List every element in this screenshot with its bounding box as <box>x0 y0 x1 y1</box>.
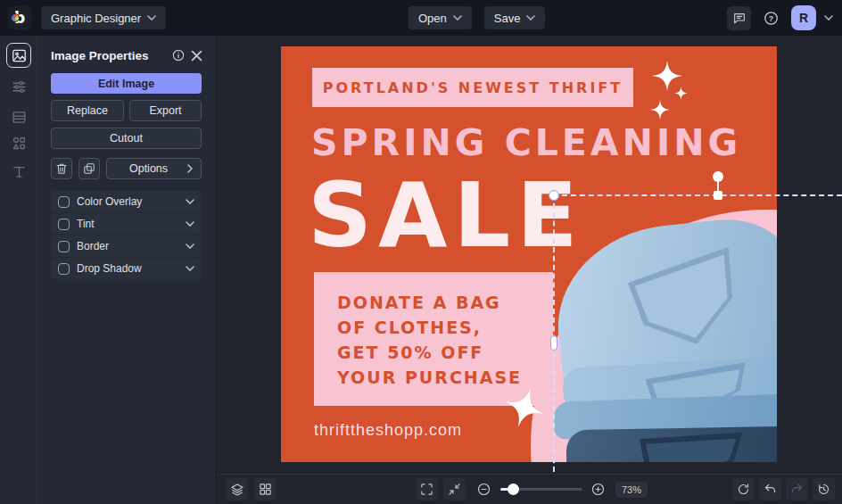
help-button[interactable]: ? <box>759 6 783 30</box>
mode-selector[interactable]: Graphic Designer <box>41 6 166 29</box>
toggle-border[interactable]: Border <box>51 235 202 257</box>
panel-header: Image Properties <box>51 46 205 64</box>
chevron-down-icon[interactable] <box>186 221 194 227</box>
edit-image-button[interactable]: Edit Image <box>51 73 202 94</box>
zoom-slider[interactable] <box>500 488 582 491</box>
account-menu-chevron[interactable] <box>824 15 833 21</box>
zoom-slider-knob[interactable] <box>508 483 519 495</box>
jean-pocket <box>623 246 753 358</box>
avatar-initial: R <box>799 11 808 25</box>
duplicate-button[interactable] <box>78 158 100 179</box>
template-manager-button[interactable] <box>254 478 277 500</box>
delete-button[interactable] <box>51 158 72 179</box>
replace-button[interactable]: Replace <box>51 100 124 121</box>
undo-icon <box>764 483 777 496</box>
toggle-drop-shadow[interactable]: Drop Shadow <box>51 258 202 279</box>
image-icon <box>12 48 27 63</box>
selection-topmid-handle[interactable] <box>714 191 722 200</box>
rail-item-customize[interactable] <box>6 74 31 99</box>
rail-item-image-manager[interactable] <box>6 43 31 68</box>
trash-icon <box>55 162 68 175</box>
bottom-toolbar: 73% <box>217 474 842 504</box>
toggle-tint[interactable]: Tint <box>51 213 202 235</box>
toggle-label: Border <box>77 240 178 252</box>
reset-button[interactable] <box>732 478 755 500</box>
chevron-right-icon <box>187 164 193 173</box>
rail-item-graphics[interactable] <box>6 130 31 155</box>
befunky-logo-icon[interactable]: b <box>8 6 31 29</box>
selection-midleft-handle[interactable] <box>550 335 557 351</box>
toggle-label: Drop Shadow <box>77 262 178 275</box>
chevron-down-icon <box>453 15 462 21</box>
drop-shadow-checkbox[interactable] <box>58 263 70 275</box>
banner-box[interactable]: PORTLAND'S NEWEST THRIFT <box>312 68 633 107</box>
layers-button[interactable] <box>226 478 248 500</box>
rotation-handle[interactable] <box>713 171 723 182</box>
chevron-down-icon[interactable] <box>186 199 194 204</box>
help-icon: ? <box>763 10 780 27</box>
save-button[interactable]: Save <box>484 6 546 29</box>
fit-to-screen-button[interactable] <box>443 478 466 500</box>
design-canvas[interactable]: PORTLAND'S NEWEST THRIFT SPRING CLEANING… <box>281 46 777 462</box>
selection-edge-top[interactable] <box>553 194 842 196</box>
reset-icon <box>737 483 750 496</box>
jean-bottom <box>565 426 777 462</box>
jeans-photo[interactable] <box>554 219 777 462</box>
info-button[interactable] <box>169 46 187 64</box>
toggle-label: Tint <box>77 218 178 230</box>
export-button[interactable]: Export <box>129 100 202 121</box>
sale-text[interactable]: SALE <box>308 171 583 260</box>
redo-icon <box>790 483 804 496</box>
shapes-icon <box>12 136 27 151</box>
avatar[interactable]: R <box>791 5 816 30</box>
chevron-down-icon[interactable] <box>186 266 194 271</box>
options-label: Options <box>115 162 182 175</box>
rail-item-templates[interactable] <box>6 104 31 129</box>
grid-icon <box>259 483 272 496</box>
feedback-chat-button[interactable] <box>727 6 751 30</box>
save-button-label: Save <box>494 12 521 25</box>
options-button[interactable]: Options <box>106 158 202 179</box>
headline-text[interactable]: SPRING CLEANING <box>311 125 766 161</box>
toggle-color-overlay[interactable]: Color Overlay <box>51 191 202 212</box>
chevron-down-icon[interactable] <box>186 244 194 249</box>
redo-button[interactable] <box>786 478 808 500</box>
border-checkbox[interactable] <box>58 241 70 252</box>
undo-button[interactable] <box>759 478 781 500</box>
cutout-button[interactable]: Cutout <box>51 128 202 149</box>
selection-corner-handle[interactable] <box>549 190 559 201</box>
selection-edge-left[interactable] <box>553 194 555 472</box>
templates-icon <box>12 110 27 125</box>
chevron-down-icon <box>526 15 535 21</box>
zoom-out-icon <box>476 482 491 497</box>
chevron-down-icon <box>824 15 833 21</box>
expand-icon <box>420 483 433 496</box>
info-icon <box>171 48 186 62</box>
zoom-in-button[interactable] <box>587 478 609 500</box>
open-button-label: Open <box>418 12 447 25</box>
sparkle-icon[interactable] <box>650 100 670 120</box>
open-button[interactable]: Open <box>409 6 472 29</box>
chat-icon <box>732 11 747 25</box>
chevron-down-icon <box>147 15 156 21</box>
zoom-out-button[interactable] <box>473 478 495 500</box>
fit-screen-icon <box>448 483 461 496</box>
duplicate-icon <box>83 162 95 175</box>
history-button[interactable] <box>813 478 835 500</box>
close-panel-button[interactable] <box>187 46 205 64</box>
image-properties-panel: Image Properties Edit Image Replace Expo… <box>38 36 217 504</box>
text-icon <box>12 164 27 179</box>
toggle-label: Color Overlay <box>77 195 178 208</box>
fullscreen-button[interactable] <box>416 478 438 500</box>
panel-title: Image Properties <box>51 49 169 62</box>
tint-checkbox[interactable] <box>58 219 70 230</box>
website-text[interactable]: thrifttheshopp.com <box>314 421 462 440</box>
file-actions: Open Save <box>409 6 545 29</box>
banner-text: PORTLAND'S NEWEST THRIFT <box>323 79 623 96</box>
canvas-area: PORTLAND'S NEWEST THRIFT SPRING CLEANING… <box>217 36 842 474</box>
color-overlay-checkbox[interactable] <box>58 196 70 208</box>
rail-item-text[interactable] <box>6 159 31 184</box>
sparkle-icon[interactable] <box>674 87 688 100</box>
close-icon <box>191 50 202 62</box>
offer-text: DONATE A BAG OF CLOTHES, GET 50% OFF YOU… <box>337 290 522 390</box>
